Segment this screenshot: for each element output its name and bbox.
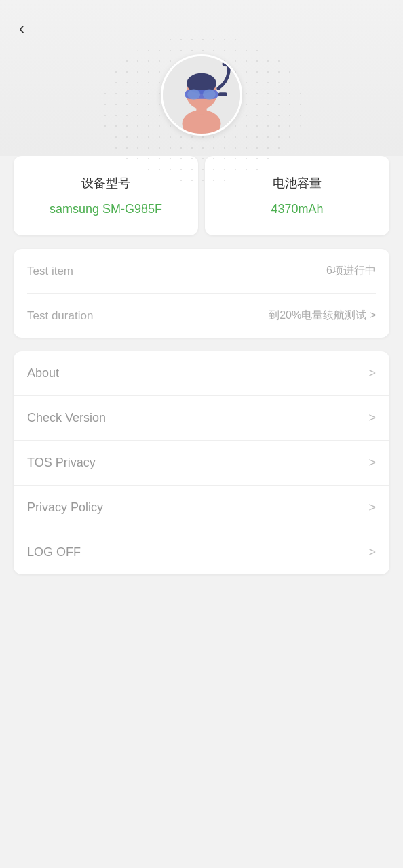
back-button[interactable]: ‹ [14,14,30,43]
test-item-value: 6项进行中 [326,264,376,278]
menu-item-tos-privacy[interactable]: TOS Privacy> [14,441,389,486]
chevron-right-icon: > [368,500,376,515]
menu-item-log-off[interactable]: LOG OFF> [14,530,389,574]
avatar [161,54,242,136]
battery-value: 4370mAh [271,202,323,216]
battery-label: 电池容量 [273,175,322,191]
menu-section: About>Check Version>TOS Privacy>Privacy … [14,351,389,574]
device-model-label: 设备型号 [81,175,130,191]
test-section: Test item 6项进行中 Test duration 到20%电量续航测试… [14,249,389,338]
svg-point-6 [187,89,200,99]
chevron-right-icon: > [368,456,376,470]
svg-point-7 [203,89,216,99]
menu-item-label: LOG OFF [27,545,81,559]
test-duration-row[interactable]: Test duration 到20%电量续航测试 > [27,294,376,338]
svg-rect-8 [218,92,227,96]
chevron-right-icon: > [368,366,376,380]
menu-item-label: Check Version [27,411,106,425]
header-area [0,0,403,156]
chevron-right-icon: > [368,545,376,559]
chevron-right-icon: > [368,411,376,425]
menu-item-label: TOS Privacy [27,456,96,470]
menu-item-privacy-policy[interactable]: Privacy Policy> [14,486,389,530]
menu-item-label: Privacy Policy [27,500,103,515]
menu-item-check-version[interactable]: Check Version> [14,396,389,441]
test-duration-value: 到20%电量续航测试 > [269,309,376,323]
test-item-row[interactable]: Test item 6项进行中 [27,249,376,294]
svg-point-9 [222,62,229,67]
test-duration-label: Test duration [27,309,93,323]
test-item-label: Test item [27,264,73,278]
menu-item-label: About [27,366,59,380]
device-model-value: samsung SM-G985F [50,202,162,216]
menu-item-about[interactable]: About> [14,351,389,396]
